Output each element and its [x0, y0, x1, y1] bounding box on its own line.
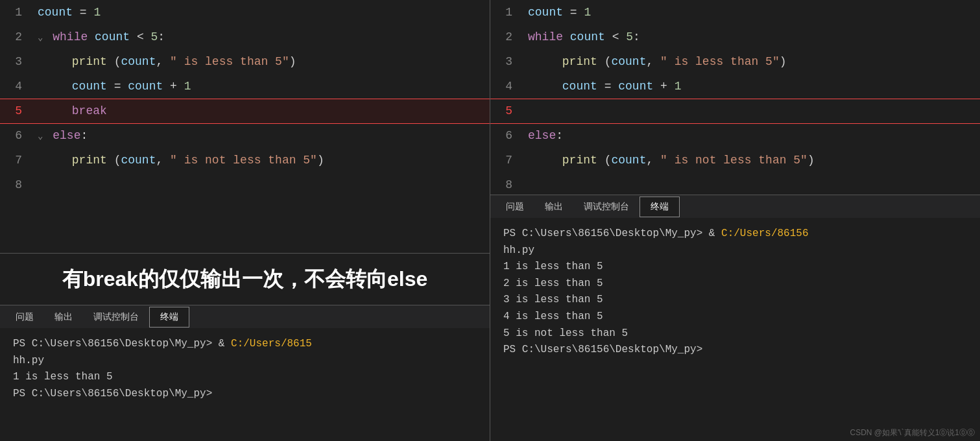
terminal-path-highlight: C:/Users/8615 [231, 338, 312, 350]
tab-debug-console[interactable]: 调试控制台 [83, 307, 149, 327]
line-number: 7 [490, 148, 523, 173]
table-row: 2 while count < 5: [490, 25, 980, 49]
code-line-2: while count < 5: [523, 25, 980, 49]
terminal-text: 2 is less than 5 [503, 278, 603, 289]
code-token: ) [289, 55, 296, 68]
right-code-table: 1 count = 1 2 while count < 5: 3 print (… [490, 0, 980, 195]
table-row: 4 count = count + 1 [0, 74, 490, 99]
code-token: while [53, 30, 88, 43]
terminal-text: hh.py [503, 244, 534, 256]
code-token: else [528, 129, 556, 142]
line-number: 4 [0, 74, 32, 99]
right-bottom: PS C:\Users\86156\Desktop\My_py> & C:/Us… [490, 218, 980, 441]
code-token: ) [317, 154, 324, 167]
table-row: 7 print (count, " is not less than 5") [490, 148, 980, 173]
line-number: 4 [490, 74, 523, 99]
code-token: ( [107, 154, 121, 167]
right-terminal-content: PS C:\Users\86156\Desktop\My_py> & C:/Us… [490, 218, 980, 366]
line-number-highlight: 5 [0, 99, 32, 123]
code-line-2: ⌄ while count < 5: [32, 25, 490, 49]
terminal-line: hh.py [503, 243, 967, 259]
code-token: count [562, 80, 597, 93]
code-token: print [562, 55, 597, 68]
code-token: " is not less than 5" [660, 154, 807, 167]
terminal-line: PS C:\Users\86156\Desktop\My_py> [503, 342, 967, 359]
code-token: while [528, 30, 563, 43]
code-token: ( [107, 55, 121, 68]
code-line-3: print (count, " is less than 5") [32, 49, 490, 74]
code-token: count [121, 154, 156, 167]
line-number: 6 [490, 123, 523, 148]
right-panel: 1 count = 1 2 while count < 5: 3 print (… [490, 0, 980, 441]
terminal-text: PS C:\Users\86156\Desktop\My_py> [503, 344, 702, 355]
table-row: 8 [0, 173, 490, 197]
code-token: + [653, 80, 674, 93]
table-row: 5 break [0, 99, 490, 123]
code-token: count [528, 6, 563, 19]
line-number: 8 [490, 173, 523, 195]
terminal-line: 1 is less than 5 [13, 369, 477, 386]
terminal-line: PS C:\Users\86156\Desktop\My_py> [13, 386, 477, 403]
tab-terminal-right[interactable]: 终端 [639, 197, 680, 217]
left-terminal-content: PS C:\Users\86156\Desktop\My_py> & C:/Us… [0, 328, 490, 441]
code-line-3: print (count, " is less than 5") [523, 49, 980, 74]
code-line-6: ⌄ else: [32, 123, 490, 148]
table-row: 1 count = 1 [490, 0, 980, 25]
line-number: 1 [0, 0, 32, 25]
terminal-text: 3 is less than 5 [503, 294, 603, 305]
code-token: count [128, 80, 163, 93]
code-token: : [80, 129, 88, 142]
line-number: 7 [0, 148, 32, 173]
tab-issues[interactable]: 问题 [5, 307, 44, 327]
code-line-7: print (count, " is not less than 5") [523, 148, 980, 173]
terminal-text: hh.py [13, 355, 44, 366]
code-token: < [605, 30, 626, 43]
terminal-path-highlight: C:/Users/86156 [721, 228, 808, 239]
code-token: = [107, 80, 128, 93]
line-number: 8 [0, 173, 32, 197]
code-token: print [72, 154, 107, 167]
code-token: count [121, 55, 156, 68]
code-token: : [556, 129, 563, 142]
code-token: , [646, 55, 660, 68]
table-row: 5 [490, 99, 980, 123]
code-line-1: count = 1 [32, 0, 490, 25]
terminal-line: 4 is less than 5 [503, 309, 967, 326]
fold-icon[interactable]: ⌄ [38, 131, 43, 141]
code-token: count [618, 80, 653, 93]
fold-icon[interactable]: ⌄ [38, 32, 43, 43]
code-line-1: count = 1 [523, 0, 980, 25]
tab-issues-right[interactable]: 问题 [496, 197, 534, 217]
right-terminal-tabs: 问题 输出 调试控制台 终端 [490, 195, 980, 218]
code-token: count [88, 30, 130, 43]
table-row: 2 ⌄ while count < 5: [0, 25, 490, 49]
code-token: , [156, 154, 170, 167]
terminal-text: PS C:\Users\86156\Desktop\My_py> & [13, 338, 231, 350]
terminal-text: PS C:\Users\86156\Desktop\My_py> & [503, 228, 721, 239]
terminal-line: 1 is less than 5 [503, 259, 967, 276]
table-row: 3 print (count, " is less than 5") [490, 49, 980, 74]
code-token: count [611, 154, 646, 167]
code-line-8 [523, 173, 980, 195]
line-number: 3 [0, 49, 32, 74]
code-line-4: count = count + 1 [32, 74, 490, 99]
line-number: 6 [0, 123, 32, 148]
code-token: 1 [675, 80, 682, 93]
code-token: count [72, 80, 107, 93]
line-number: 1 [490, 0, 523, 25]
tab-terminal[interactable]: 终端 [149, 307, 189, 328]
left-code-editor: 1 count = 1 2 ⌄ while count < 5: 3 print… [0, 0, 490, 253]
code-token: ) [807, 154, 815, 167]
code-token: 1 [184, 80, 191, 93]
table-row: 3 print (count, " is less than 5") [0, 49, 490, 74]
tab-debug-console-right[interactable]: 调试控制台 [573, 197, 639, 217]
left-code-table: 1 count = 1 2 ⌄ while count < 5: 3 print… [0, 0, 490, 197]
code-token: : [158, 30, 165, 43]
line-number-highlight: 5 [490, 99, 523, 123]
code-token: break [72, 104, 107, 117]
tab-output[interactable]: 输出 [44, 307, 83, 327]
terminal-text: 1 is less than 5 [13, 371, 113, 383]
left-terminal-tabs: 问题 输出 调试控制台 终端 [0, 305, 490, 328]
code-token: , [646, 154, 660, 167]
tab-output-right[interactable]: 输出 [534, 197, 573, 217]
